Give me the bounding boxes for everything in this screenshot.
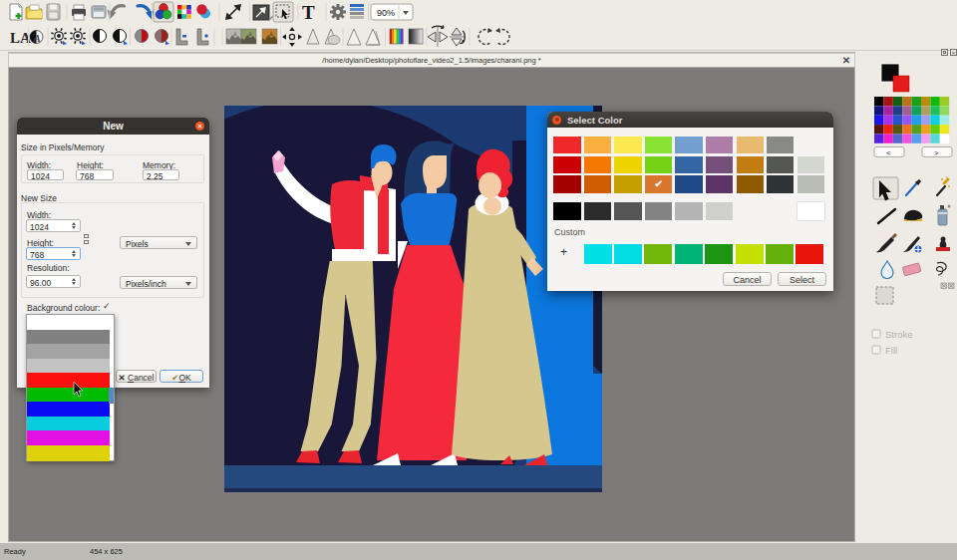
svg-text:A: A bbox=[33, 32, 41, 44]
svg-text:Fill: Fill bbox=[885, 345, 897, 356]
svg-text:Stroke: Stroke bbox=[885, 329, 912, 340]
svg-text:>: > bbox=[934, 148, 939, 157]
svg-text:90%: 90% bbox=[377, 8, 395, 18]
svg-text:<: < bbox=[886, 148, 891, 157]
svg-text:T: T bbox=[302, 2, 315, 23]
svg-text:LA: LA bbox=[10, 30, 31, 46]
